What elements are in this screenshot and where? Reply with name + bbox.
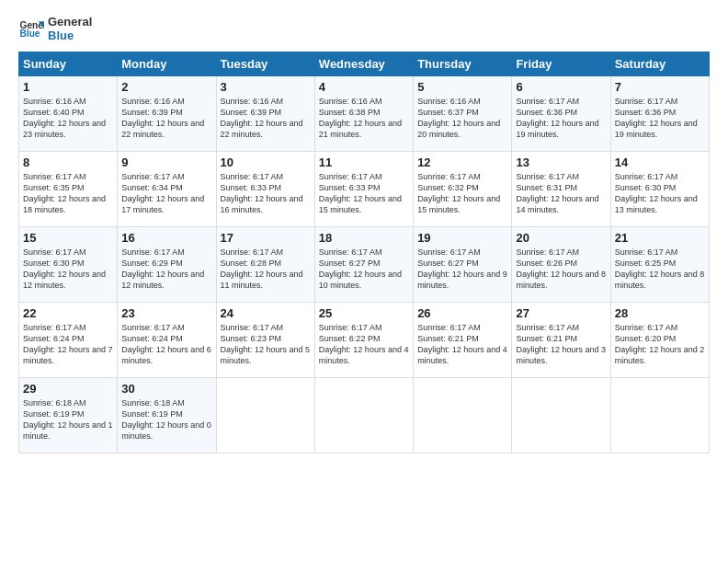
day-number: 20 (516, 231, 606, 245)
calendar-cell: 23Sunrise: 6:17 AMSunset: 6:24 PMDayligh… (118, 303, 216, 378)
calendar-cell: 19Sunrise: 6:17 AMSunset: 6:27 PMDayligh… (414, 227, 512, 303)
calendar-cell: 9Sunrise: 6:17 AMSunset: 6:34 PMDaylight… (118, 152, 216, 227)
calendar-cell: 7Sunrise: 6:17 AMSunset: 6:36 PMDaylight… (610, 76, 709, 152)
cell-info: Sunrise: 6:17 AMSunset: 6:26 PMDaylight:… (516, 247, 606, 292)
calendar-cell: 4Sunrise: 6:16 AMSunset: 6:38 PMDaylight… (314, 76, 413, 152)
cell-info: Sunrise: 6:16 AMSunset: 6:39 PMDaylight:… (121, 96, 211, 141)
cell-info: Sunrise: 6:17 AMSunset: 6:33 PMDaylight:… (319, 171, 409, 216)
cell-info: Sunrise: 6:16 AMSunset: 6:38 PMDaylight:… (319, 96, 409, 141)
calendar-cell (610, 378, 709, 454)
day-number: 30 (121, 382, 211, 396)
day-number: 1 (23, 80, 113, 94)
calendar-cell (414, 378, 512, 454)
calendar-cell: 17Sunrise: 6:17 AMSunset: 6:28 PMDayligh… (216, 227, 314, 303)
cell-info: Sunrise: 6:16 AMSunset: 6:39 PMDaylight:… (221, 96, 311, 141)
header-cell-thursday: Thursday (414, 52, 512, 76)
day-number: 28 (615, 306, 705, 320)
week-row-1: 1Sunrise: 6:16 AMSunset: 6:40 PMDaylight… (19, 76, 710, 152)
cell-info: Sunrise: 6:17 AMSunset: 6:24 PMDaylight:… (23, 322, 113, 367)
calendar-cell: 6Sunrise: 6:17 AMSunset: 6:36 PMDaylight… (512, 76, 610, 152)
cell-info: Sunrise: 6:17 AMSunset: 6:30 PMDaylight:… (615, 171, 705, 216)
day-number: 25 (319, 306, 409, 320)
calendar-cell: 21Sunrise: 6:17 AMSunset: 6:25 PMDayligh… (610, 227, 709, 303)
cell-info: Sunrise: 6:17 AMSunset: 6:27 PMDaylight:… (319, 247, 409, 292)
day-number: 23 (121, 306, 211, 320)
cell-info: Sunrise: 6:17 AMSunset: 6:31 PMDaylight:… (516, 171, 606, 216)
calendar-cell: 20Sunrise: 6:17 AMSunset: 6:26 PMDayligh… (512, 227, 610, 303)
day-number: 29 (23, 382, 113, 396)
logo-icon: General Blue (18, 16, 44, 41)
week-row-4: 22Sunrise: 6:17 AMSunset: 6:24 PMDayligh… (19, 303, 710, 378)
week-row-2: 8Sunrise: 6:17 AMSunset: 6:35 PMDaylight… (19, 152, 710, 227)
logo-blue: Blue (48, 29, 92, 42)
cell-info: Sunrise: 6:17 AMSunset: 6:27 PMDaylight:… (417, 247, 507, 292)
calendar-cell (512, 378, 610, 454)
svg-text:Blue: Blue (20, 29, 40, 39)
calendar-cell: 2Sunrise: 6:16 AMSunset: 6:39 PMDaylight… (118, 76, 216, 152)
calendar-cell: 3Sunrise: 6:16 AMSunset: 6:39 PMDaylight… (216, 76, 314, 152)
calendar-cell: 11Sunrise: 6:17 AMSunset: 6:33 PMDayligh… (314, 152, 413, 227)
day-number: 14 (615, 155, 705, 169)
calendar-cell: 28Sunrise: 6:17 AMSunset: 6:20 PMDayligh… (610, 303, 709, 378)
day-number: 13 (516, 155, 606, 169)
page: General Blue General Blue SundayMondayTu… (0, 0, 728, 463)
calendar-cell: 26Sunrise: 6:17 AMSunset: 6:21 PMDayligh… (414, 303, 512, 378)
calendar-cell: 13Sunrise: 6:17 AMSunset: 6:31 PMDayligh… (512, 152, 610, 227)
day-number: 2 (121, 80, 211, 94)
cell-info: Sunrise: 6:17 AMSunset: 6:36 PMDaylight:… (516, 96, 606, 141)
day-number: 9 (121, 155, 211, 169)
cell-info: Sunrise: 6:17 AMSunset: 6:28 PMDaylight:… (221, 247, 311, 292)
day-number: 8 (23, 155, 113, 169)
calendar-cell: 5Sunrise: 6:16 AMSunset: 6:37 PMDaylight… (414, 76, 512, 152)
day-number: 24 (221, 306, 311, 320)
cell-info: Sunrise: 6:17 AMSunset: 6:21 PMDaylight:… (417, 322, 507, 367)
cell-info: Sunrise: 6:17 AMSunset: 6:36 PMDaylight:… (615, 96, 705, 141)
cell-info: Sunrise: 6:17 AMSunset: 6:35 PMDaylight:… (23, 171, 113, 216)
day-number: 21 (615, 231, 705, 245)
logo: General Blue General Blue (18, 15, 92, 42)
header-cell-wednesday: Wednesday (314, 52, 413, 76)
logo-general: General (48, 15, 92, 29)
cell-info: Sunrise: 6:17 AMSunset: 6:23 PMDaylight:… (221, 322, 311, 367)
calendar-cell: 24Sunrise: 6:17 AMSunset: 6:23 PMDayligh… (216, 303, 314, 378)
calendar-cell: 29Sunrise: 6:18 AMSunset: 6:19 PMDayligh… (19, 378, 118, 454)
day-number: 19 (417, 231, 507, 245)
cell-info: Sunrise: 6:18 AMSunset: 6:19 PMDaylight:… (121, 397, 211, 442)
calendar-cell (216, 378, 314, 454)
day-number: 11 (319, 155, 409, 169)
calendar-cell: 16Sunrise: 6:17 AMSunset: 6:29 PMDayligh… (118, 227, 216, 303)
calendar-cell: 8Sunrise: 6:17 AMSunset: 6:35 PMDaylight… (19, 152, 118, 227)
calendar-cell (314, 378, 413, 454)
cell-info: Sunrise: 6:17 AMSunset: 6:34 PMDaylight:… (121, 171, 211, 216)
cell-info: Sunrise: 6:17 AMSunset: 6:20 PMDaylight:… (615, 322, 705, 367)
calendar-cell: 1Sunrise: 6:16 AMSunset: 6:40 PMDaylight… (19, 76, 118, 152)
day-number: 15 (23, 231, 113, 245)
cell-info: Sunrise: 6:18 AMSunset: 6:19 PMDaylight:… (23, 397, 113, 442)
calendar-cell: 22Sunrise: 6:17 AMSunset: 6:24 PMDayligh… (19, 303, 118, 378)
header: General Blue General Blue (18, 15, 710, 42)
cell-info: Sunrise: 6:17 AMSunset: 6:30 PMDaylight:… (23, 247, 113, 292)
day-number: 4 (319, 80, 409, 94)
calendar-cell: 18Sunrise: 6:17 AMSunset: 6:27 PMDayligh… (314, 227, 413, 303)
day-number: 10 (221, 155, 311, 169)
cell-info: Sunrise: 6:17 AMSunset: 6:33 PMDaylight:… (221, 171, 311, 216)
calendar-cell: 27Sunrise: 6:17 AMSunset: 6:21 PMDayligh… (512, 303, 610, 378)
calendar-cell: 14Sunrise: 6:17 AMSunset: 6:30 PMDayligh… (610, 152, 709, 227)
calendar-cell: 15Sunrise: 6:17 AMSunset: 6:30 PMDayligh… (19, 227, 118, 303)
day-number: 5 (417, 80, 507, 94)
day-number: 3 (221, 80, 311, 94)
day-number: 18 (319, 231, 409, 245)
header-cell-tuesday: Tuesday (216, 52, 314, 76)
cell-info: Sunrise: 6:17 AMSunset: 6:32 PMDaylight:… (417, 171, 507, 216)
week-row-5: 29Sunrise: 6:18 AMSunset: 6:19 PMDayligh… (19, 378, 710, 454)
day-number: 17 (221, 231, 311, 245)
cell-info: Sunrise: 6:17 AMSunset: 6:21 PMDaylight:… (516, 322, 606, 367)
calendar-cell: 25Sunrise: 6:17 AMSunset: 6:22 PMDayligh… (314, 303, 413, 378)
day-number: 6 (516, 80, 606, 94)
cell-info: Sunrise: 6:16 AMSunset: 6:40 PMDaylight:… (23, 96, 113, 141)
day-number: 26 (417, 306, 507, 320)
header-cell-monday: Monday (118, 52, 216, 76)
header-cell-sunday: Sunday (19, 52, 118, 76)
header-cell-friday: Friday (512, 52, 610, 76)
cell-info: Sunrise: 6:17 AMSunset: 6:24 PMDaylight:… (121, 322, 211, 367)
